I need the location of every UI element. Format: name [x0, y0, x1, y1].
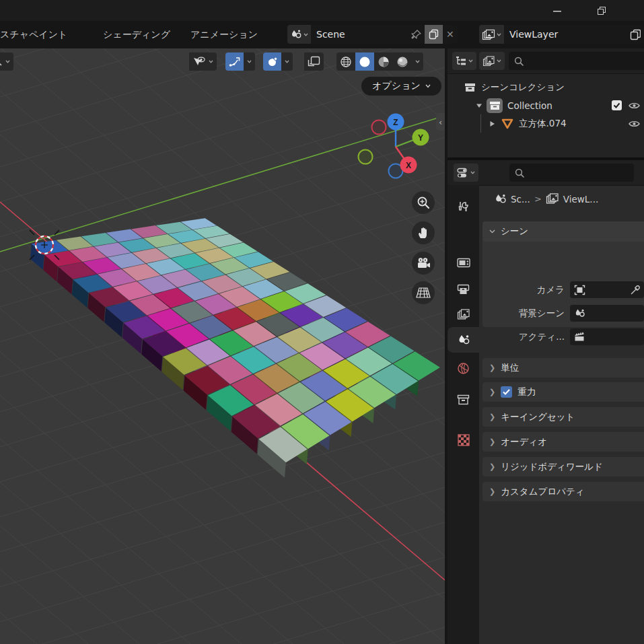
outliner-search-input[interactable]	[509, 52, 644, 70]
scene-icon	[574, 308, 585, 318]
tab-shading[interactable]: シェーディング	[103, 21, 170, 48]
panel-gravity[interactable]: ❯ 重力	[482, 382, 644, 402]
chevron-right-icon: ❯	[489, 363, 495, 372]
eye-icon[interactable]	[628, 119, 641, 129]
tab-world[interactable]	[448, 355, 479, 381]
eyedropper-icon[interactable]	[631, 285, 640, 295]
outliner-display-mode-button[interactable]	[452, 52, 476, 70]
properties-icon	[457, 168, 469, 178]
viewport-3d[interactable]: ZYX	[0, 48, 445, 644]
tab-view-layer[interactable]	[448, 301, 479, 327]
tab-texture-paint[interactable]: スチャペイント	[0, 21, 67, 48]
pan-button[interactable]	[412, 221, 435, 244]
breadcrumb-separator: >	[534, 194, 542, 204]
properties-panel: Sc... > ViewL... シーン カメラ	[448, 160, 644, 644]
svg-text:Y: Y	[418, 133, 423, 143]
xray-toggle[interactable]	[304, 52, 324, 71]
pan-icon	[417, 226, 430, 240]
movieclip-icon	[574, 332, 585, 342]
overlays-icon	[266, 57, 278, 67]
tab-output[interactable]	[448, 277, 479, 302]
chevron-right-icon: ❯	[489, 487, 495, 496]
active-clip-field[interactable]	[570, 328, 644, 345]
options-label: オプション	[372, 80, 421, 92]
panel-label: リジッドボディワールド	[501, 461, 603, 473]
panel-rigid-body-world[interactable]: ❯ リジッドボディワールド	[482, 457, 644, 476]
minimize-button[interactable]	[546, 3, 569, 19]
view-layer-browse-button[interactable]	[479, 25, 504, 44]
tab-animation[interactable]: アニメーション	[190, 21, 258, 48]
outliner-row-collection[interactable]: Collection	[448, 96, 644, 114]
scene-name-field[interactable]: Scene	[311, 25, 408, 44]
outliner-panel: シーンコレクション Collection 立方体.074	[448, 48, 644, 157]
scene-collection-label: シーンコレクション	[481, 81, 565, 94]
breadcrumb-view-layer[interactable]: ViewL...	[563, 194, 598, 205]
outliner-row-object[interactable]: 立方体.074	[448, 114, 644, 133]
scene-icon	[494, 193, 507, 205]
panel-custom-properties[interactable]: ❯ カスタムプロパティ	[482, 482, 644, 501]
scene-icon	[290, 29, 302, 40]
chevron-right-icon: ❯	[489, 413, 495, 421]
view-layer-icon	[546, 193, 559, 205]
scene-panel-title: シーン	[501, 225, 528, 238]
view-layer-name-field[interactable]: ViewLayer	[504, 25, 627, 44]
chevron-right-icon: ❯	[489, 437, 495, 446]
unlink-scene-button[interactable]: ✕	[443, 25, 458, 44]
tab-tool[interactable]	[448, 194, 479, 219]
gizmos-dropdown[interactable]	[244, 52, 255, 71]
shading-dropdown[interactable]	[412, 52, 423, 71]
viewlayer-tab-icon	[457, 309, 470, 320]
eye-icon[interactable]	[628, 101, 641, 110]
svg-text:Z: Z	[393, 118, 398, 127]
new-scene-button[interactable]	[425, 25, 443, 44]
outliner-row-scene-collection[interactable]: シーンコレクション	[448, 78, 644, 96]
object-icon	[457, 394, 470, 405]
gizmos-toggle[interactable]	[225, 52, 244, 71]
restore-button[interactable]	[590, 3, 613, 19]
properties-editor-type-button[interactable]	[454, 164, 478, 182]
zoom-button[interactable]	[412, 191, 435, 214]
panel-label: カスタムプロパティ	[501, 486, 584, 498]
overlays-dropdown[interactable]	[281, 52, 293, 71]
editor-type-button[interactable]	[0, 52, 13, 71]
collection-checkbox[interactable]	[611, 100, 622, 111]
background-scene-field[interactable]	[570, 305, 644, 322]
options-button[interactable]: オプション	[361, 77, 441, 96]
shading-solid-button[interactable]	[355, 52, 374, 71]
tab-render[interactable]	[448, 250, 479, 275]
pin-button[interactable]	[408, 25, 425, 44]
camera-view-button[interactable]	[412, 252, 435, 275]
panel-audio[interactable]: ❯ オーディオ	[482, 432, 644, 452]
show-gizmo-dropdown[interactable]	[189, 52, 217, 71]
tab-object[interactable]	[448, 387, 479, 413]
expand-chevron-icon[interactable]	[489, 120, 495, 127]
panel-keying-sets[interactable]: ❯ キーイングセット	[482, 407, 644, 427]
overlays-toggle[interactable]	[263, 52, 281, 71]
collection-icon-plate	[487, 98, 503, 113]
new-view-layer-button[interactable]	[627, 25, 644, 44]
xray-icon	[308, 56, 320, 67]
search-icon	[515, 168, 524, 178]
scene-browse-button[interactable]	[287, 25, 311, 44]
wireframe-icon	[340, 56, 352, 68]
scene-panel-header[interactable]: シーン	[482, 221, 644, 242]
outliner-filter-button[interactable]	[479, 52, 505, 70]
properties-search-input[interactable]	[509, 164, 634, 182]
ortho-toggle-button[interactable]	[412, 281, 435, 304]
scene-tab-icon	[457, 334, 470, 346]
sidebar-collapse-tab[interactable]: ‹	[436, 113, 445, 131]
shading-material-button[interactable]	[374, 52, 393, 71]
shading-wireframe-button[interactable]	[336, 52, 355, 71]
chevron-right-icon: ❯	[489, 462, 495, 471]
active-clip-label: アクティ...	[487, 331, 570, 343]
panel-units[interactable]: ❯ 単位	[482, 358, 644, 378]
shading-rendered-button[interactable]	[393, 52, 412, 71]
tab-scene[interactable]	[448, 327, 479, 353]
gravity-checkbox[interactable]	[501, 386, 512, 398]
breadcrumb-scene[interactable]: Sc...	[511, 194, 530, 205]
gizmo-icon	[229, 57, 240, 67]
expand-chevron-icon[interactable]	[476, 103, 482, 108]
camera-field[interactable]	[570, 281, 644, 298]
tab-texture[interactable]	[448, 427, 479, 453]
viewport-canvas: ZYX	[0, 48, 445, 644]
